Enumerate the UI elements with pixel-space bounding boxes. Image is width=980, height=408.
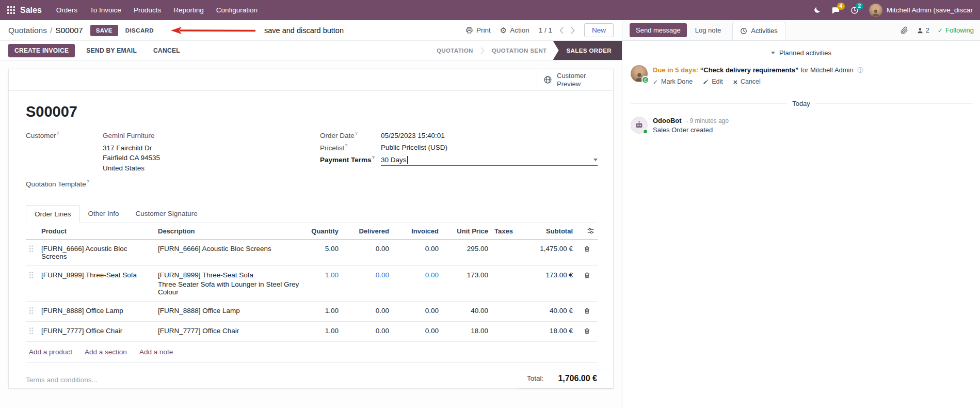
breadcrumb-quotations[interactable]: Quotations <box>8 26 47 35</box>
tab-customer-signature[interactable]: Customer Signature <box>127 205 206 223</box>
user-menu[interactable]: Mitchell Admin (save_discar <box>869 4 973 17</box>
pager-next-icon[interactable] <box>571 27 575 34</box>
record-title: S00007 <box>26 103 598 120</box>
activities-clock-icon[interactable]: 2 <box>850 6 859 14</box>
delete-row-icon[interactable] <box>576 321 598 341</box>
send-by-email-button[interactable]: SEND BY EMAIL <box>81 44 142 57</box>
log-note-button[interactable]: Log note <box>689 23 728 37</box>
cell-unit-price[interactable]: 173.00 <box>442 265 491 301</box>
menu-reporting[interactable]: Reporting <box>167 0 210 20</box>
cell-delivered[interactable]: 0.00 <box>342 301 392 321</box>
mark-done-button[interactable]: ✓ Mark Done <box>653 77 693 87</box>
cell-invoiced[interactable]: 0.00 <box>392 265 442 301</box>
cancel-button[interactable]: CANCEL <box>148 44 185 57</box>
cell-quantity[interactable]: 1.00 <box>304 265 342 301</box>
message-item: OdooBot - 9 minutes ago Sales Order crea… <box>631 117 972 134</box>
new-button[interactable]: New <box>584 23 614 37</box>
cell-unit-price[interactable]: 295.00 <box>442 239 491 265</box>
pricelist-field[interactable]: Public Pricelist (USD) <box>381 144 447 151</box>
cell-taxes[interactable] <box>491 301 521 321</box>
create-invoice-button[interactable]: CREATE INVOICE <box>8 44 75 57</box>
table-row[interactable]: [FURN_8999] Three-Seat Sofa [FURN_8999] … <box>26 265 598 301</box>
followers-button[interactable]: 2 <box>917 26 929 34</box>
planned-activities-header[interactable]: Planned activities <box>631 49 972 57</box>
edit-activity-button[interactable]: Edit <box>703 77 723 87</box>
message-author[interactable]: OdooBot <box>653 117 682 124</box>
cell-description[interactable]: [FURN_7777] Office Chair <box>155 321 304 341</box>
cell-delivered[interactable]: 0.00 <box>342 265 392 301</box>
dropdown-caret-icon[interactable] <box>593 159 598 161</box>
following-button[interactable]: ✓ Following <box>938 26 974 34</box>
chatter-panel: Send message Log note Activities <box>622 20 980 408</box>
cell-quantity[interactable]: 1.00 <box>304 321 342 341</box>
delete-row-icon[interactable] <box>576 239 598 265</box>
cell-taxes[interactable] <box>491 239 521 265</box>
customer-address[interactable]: 317 Fairchild Dr Fairfield CA 94535 Unit… <box>103 143 320 174</box>
add-a-note-link[interactable]: Add a note <box>139 348 173 356</box>
table-row[interactable]: [FURN_6666] Acoustic Bloc Screens [FURN_… <box>26 239 598 265</box>
delete-row-icon[interactable] <box>576 265 598 301</box>
cell-delivered[interactable]: 0.00 <box>342 239 392 265</box>
print-button[interactable]: Print <box>465 26 491 34</box>
save-button[interactable]: SAVE <box>90 25 118 36</box>
apps-menu-button[interactable] <box>7 6 15 14</box>
customer-preview-button[interactable]: Customer Preview <box>537 69 613 90</box>
activities-tab[interactable]: Activities <box>732 22 785 40</box>
drag-handle-icon[interactable] <box>26 265 38 301</box>
cell-invoiced[interactable]: 0.00 <box>392 301 442 321</box>
customer-link[interactable]: Gemini Furniture <box>103 132 155 139</box>
table-row[interactable]: [FURN_7777] Office Chair [FURN_7777] Off… <box>26 321 598 341</box>
app-title[interactable]: Sales <box>20 6 42 15</box>
cell-invoiced[interactable]: 0.00 <box>392 239 442 265</box>
pager-previous-icon[interactable] <box>559 27 564 34</box>
stage-quotation-sent[interactable]: QUOTATION SENT <box>486 48 553 54</box>
menu-products[interactable]: Products <box>127 0 167 20</box>
payment-terms-input[interactable]: 30 Days <box>381 156 598 166</box>
cell-description[interactable]: [FURN_8999] Three-Seat SofaThree Seater … <box>155 265 304 301</box>
cell-product[interactable]: [FURN_6666] Acoustic Bloc Screens <box>38 239 155 265</box>
cell-invoiced[interactable]: 0.00 <box>392 321 442 341</box>
menu-to-invoice[interactable]: To Invoice <box>84 0 127 20</box>
dark-mode-moon-icon[interactable] <box>813 6 821 14</box>
menu-orders[interactable]: Orders <box>50 0 84 20</box>
check-icon: ✓ <box>653 77 658 87</box>
tab-order-lines[interactable]: Order Lines <box>26 205 80 223</box>
cell-taxes[interactable] <box>491 265 521 301</box>
activity-assignee: for Mitchell Admin <box>800 66 854 74</box>
stage-sales-order[interactable]: SALES ORDER <box>553 41 622 60</box>
stage-quotation[interactable]: QUOTATION <box>430 48 479 54</box>
order-date-field[interactable]: 05/25/2023 15:40:01 <box>381 132 445 139</box>
terms-and-conditions-field[interactable]: Terms and conditions... <box>26 369 98 384</box>
cell-description[interactable]: [FURN_6666] Acoustic Bloc Screens <box>155 239 304 265</box>
cell-quantity[interactable]: 5.00 <box>304 239 342 265</box>
address-line: 317 Fairchild Dr <box>103 143 320 153</box>
info-icon[interactable]: ⓘ <box>857 67 863 74</box>
cell-product[interactable]: [FURN_8888] Office Lamp <box>38 301 155 321</box>
delete-row-icon[interactable] <box>576 301 598 321</box>
send-message-button[interactable]: Send message <box>630 23 687 37</box>
cell-quantity[interactable]: 1.00 <box>304 301 342 321</box>
cell-delivered[interactable]: 0.00 <box>342 321 392 341</box>
cell-product[interactable]: [FURN_7777] Office Chair <box>38 321 155 341</box>
paperclip-icon <box>901 26 908 35</box>
cell-taxes[interactable] <box>491 321 521 341</box>
cell-description[interactable]: [FURN_8888] Office Lamp <box>155 301 304 321</box>
add-a-product-link[interactable]: Add a product <box>29 348 72 356</box>
tab-other-info[interactable]: Other Info <box>80 205 127 223</box>
table-row[interactable]: [FURN_8888] Office Lamp [FURN_8888] Offi… <box>26 301 598 321</box>
discard-button[interactable]: DISCARD <box>121 25 158 36</box>
attachments-button[interactable] <box>901 26 908 35</box>
cell-unit-price[interactable]: 18.00 <box>442 321 491 341</box>
action-button[interactable]: ⚙ Action <box>500 26 529 34</box>
cell-product[interactable]: [FURN_8999] Three-Seat Sofa <box>38 265 155 301</box>
add-a-section-link[interactable]: Add a section <box>85 348 127 356</box>
drag-handle-icon[interactable] <box>26 321 38 341</box>
cell-unit-price[interactable]: 40.00 <box>442 301 491 321</box>
drag-handle-icon[interactable] <box>26 239 38 265</box>
cancel-activity-button[interactable]: × Cancel <box>733 77 761 87</box>
menu-configuration[interactable]: Configuration <box>210 0 264 20</box>
pager-count[interactable]: 1 / 1 <box>539 26 552 34</box>
optional-columns-icon[interactable] <box>579 227 595 234</box>
drag-handle-icon[interactable] <box>26 301 38 321</box>
messages-icon[interactable]: 4 <box>831 6 840 14</box>
